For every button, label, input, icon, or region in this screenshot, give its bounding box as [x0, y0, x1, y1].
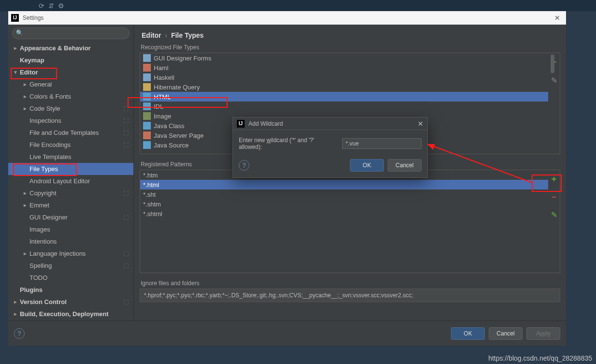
- wildcard-label: Enter new wildcard ('*' and '?' allowed)…: [239, 137, 338, 150]
- file-type-icon: [143, 112, 151, 120]
- pattern-row[interactable]: *.shtml: [140, 209, 548, 218]
- toolbar-gear-icon: ⚙: [58, 2, 64, 10]
- pattern-label: *.shtm: [143, 201, 161, 208]
- file-type-icon: [143, 93, 151, 101]
- window-close-icon[interactable]: ✕: [552, 14, 563, 22]
- sidebar-item[interactable]: File Types: [8, 163, 133, 175]
- breadcrumb-current: File Types: [171, 31, 204, 39]
- sidebar-item[interactable]: Spelling⛶: [8, 260, 133, 272]
- wildcard-input[interactable]: [342, 138, 422, 149]
- file-type-row[interactable]: Haskell: [140, 73, 548, 82]
- sidebar-item[interactable]: ►Language Injections⛶: [8, 248, 133, 260]
- sidebar-item[interactable]: ►Code Style⛶: [8, 102, 133, 115]
- sidebar-item[interactable]: Plugins: [8, 284, 133, 296]
- file-type-row[interactable]: Hibernate Query: [140, 82, 548, 92]
- file-type-icon: [143, 102, 151, 110]
- pattern-row[interactable]: *.html: [140, 180, 548, 189]
- scope-icon: ⛶: [123, 251, 129, 257]
- file-type-label: Hibernate Query: [154, 84, 200, 91]
- background-toolbar: ⟳ ⇵ ⚙: [0, 0, 596, 11]
- pattern-row[interactable]: *.sht: [140, 189, 548, 199]
- sidebar-item[interactable]: ▼Editor: [8, 66, 133, 78]
- breadcrumb-sep: ›: [165, 31, 167, 39]
- sidebar-item[interactable]: Images: [8, 223, 133, 235]
- modal-close-icon[interactable]: ✕: [418, 120, 423, 128]
- edit-file-type-icon[interactable]: ✎: [551, 76, 557, 85]
- file-type-icon: [143, 54, 151, 62]
- file-type-row[interactable]: HTML: [140, 92, 548, 102]
- scope-icon: ⛶: [123, 130, 129, 136]
- remove-pattern-icon[interactable]: −: [552, 193, 556, 202]
- sidebar-item[interactable]: ►Colors & Fonts: [8, 90, 133, 102]
- sidebar-item-label: Inspections: [29, 117, 61, 124]
- recognized-file-types-label: Recognized File Types: [140, 44, 560, 53]
- sidebar-item-label: General: [29, 81, 52, 88]
- sidebar-item[interactable]: ►Build, Execution, Deployment: [8, 308, 133, 320]
- scope-icon: ⛶: [123, 190, 129, 196]
- sidebar-item[interactable]: Intentions: [8, 235, 133, 248]
- edit-pattern-icon[interactable]: ✎: [551, 210, 557, 219]
- file-type-label: GUI Designer Forms: [154, 55, 211, 62]
- sidebar-item[interactable]: File Encodings⛶: [8, 139, 133, 151]
- file-type-row[interactable]: IDL: [140, 102, 548, 111]
- sidebar-item-label: GUI Designer: [29, 214, 68, 221]
- sidebar-item[interactable]: ►Version Control⛶: [8, 296, 133, 308]
- sidebar-item[interactable]: ►Emmet: [8, 199, 133, 211]
- sidebar-item-label: Images: [29, 226, 50, 233]
- tree-arrow-icon: ►: [23, 251, 29, 256]
- add-pattern-icon[interactable]: ＋: [550, 174, 558, 184]
- modal-ok-button[interactable]: OK: [350, 159, 384, 172]
- sidebar-item[interactable]: Keymap: [8, 54, 133, 66]
- sidebar-item-label: Editor: [20, 69, 38, 76]
- file-type-label: IDL: [154, 103, 163, 110]
- cancel-button[interactable]: Cancel: [489, 327, 523, 340]
- tree-arrow-icon: ►: [23, 94, 29, 99]
- patterns-list[interactable]: *.htm*.html*.sht*.shtm*.shtml: [140, 170, 548, 273]
- settings-sidebar: 🔍 ►Appearance & BehaviorKeymap▼Editor►Ge…: [8, 25, 134, 320]
- file-type-icon: [143, 73, 151, 81]
- sidebar-item-label: Appearance & Behavior: [20, 44, 91, 52]
- sidebar-item-label: TODO: [29, 274, 47, 281]
- scrollbar-thumb[interactable]: [551, 55, 554, 73]
- sidebar-item[interactable]: Inspections⛶: [8, 115, 133, 127]
- file-type-label: Java Class: [154, 122, 185, 130]
- ok-button[interactable]: OK: [451, 327, 485, 340]
- file-type-row[interactable]: Haml: [140, 63, 548, 73]
- sidebar-item[interactable]: ►Copyright⛶: [8, 187, 133, 199]
- settings-search-input[interactable]: [12, 28, 130, 39]
- sidebar-item[interactable]: Live Templates: [8, 151, 133, 163]
- file-type-label: Haskell: [154, 74, 174, 81]
- sidebar-item[interactable]: File and Code Templates⛶: [8, 127, 133, 139]
- pattern-label: *.shtml: [143, 210, 162, 218]
- sidebar-item[interactable]: TODO: [8, 272, 133, 284]
- scope-icon: ⛶: [123, 106, 129, 112]
- modal-help-icon[interactable]: ?: [239, 160, 249, 171]
- breadcrumb: Editor › File Types: [140, 29, 560, 44]
- modal-cancel-button[interactable]: Cancel: [388, 159, 422, 172]
- file-type-label: Java Server Page: [154, 132, 204, 139]
- file-type-icon: [143, 141, 151, 149]
- file-type-row[interactable]: GUI Designer Forms: [140, 53, 548, 63]
- tree-arrow-icon: ►: [23, 203, 29, 208]
- toolbar-icon: ⟳: [39, 2, 44, 10]
- pattern-row[interactable]: *.shtm: [140, 199, 548, 209]
- sidebar-item[interactable]: Android Layout Editor: [8, 175, 133, 187]
- sidebar-item[interactable]: ►General: [8, 78, 133, 90]
- help-icon[interactable]: ?: [14, 328, 25, 339]
- sidebar-item[interactable]: ►Appearance & Behavior: [8, 42, 133, 54]
- tree-arrow-icon: ►: [13, 299, 20, 305]
- sidebar-item-label: Emmet: [29, 202, 49, 209]
- titlebar: IJ Settings ✕: [8, 11, 566, 25]
- sidebar-item-label: File and Code Templates: [29, 129, 99, 136]
- sidebar-item-label: Colors & Fonts: [29, 93, 71, 100]
- watermark: https://blog.csdn.net/qq_28288835: [488, 354, 592, 362]
- sidebar-item-label: Keymap: [20, 57, 44, 64]
- settings-tree[interactable]: ►Appearance & BehaviorKeymap▼Editor►Gene…: [8, 42, 133, 320]
- file-type-label: Image: [154, 113, 171, 120]
- sidebar-item[interactable]: GUI Designer⛶: [8, 211, 133, 223]
- sidebar-item-label: Language Injections: [29, 250, 86, 257]
- sidebar-item-label: Intentions: [29, 238, 57, 245]
- file-type-label: Haml: [154, 64, 168, 72]
- ignore-files-input[interactable]: [140, 289, 560, 302]
- scope-icon: ⛶: [123, 299, 129, 305]
